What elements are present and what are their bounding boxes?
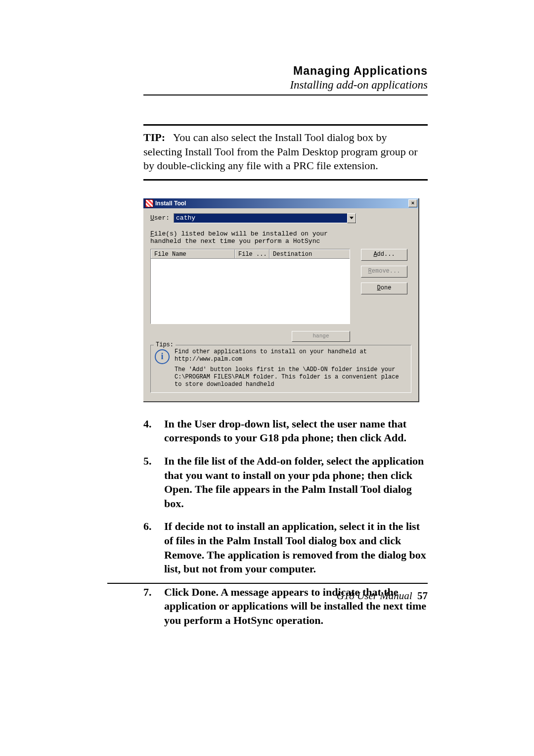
section-title: Installing add-on applications — [143, 79, 428, 92]
add-button[interactable]: Add... — [361, 249, 407, 261]
chevron-down-icon[interactable] — [347, 213, 356, 223]
dialog-title-text: Install Tool — [155, 198, 186, 208]
install-info-line2: handheld the next time you perform a Hot… — [150, 237, 411, 245]
change-destination-button: hange Destination.. — [292, 331, 350, 342]
install-info-line1: File(s) listed below will be installed o… — [150, 230, 411, 237]
tips-group: Tips: i Find other applications to insta… — [150, 345, 411, 393]
manual-name: G18 User Manual — [337, 590, 412, 602]
col-destination[interactable]: Destination — [269, 249, 350, 258]
remove-button: Remove... — [361, 266, 407, 278]
done-button[interactable]: Done — [361, 283, 407, 294]
tip-text: You can also select the Install Tool dia… — [143, 131, 418, 172]
page-footer: G18 User Manual 57 — [337, 590, 428, 602]
tips-text-1: Find other applications to install on yo… — [175, 348, 407, 363]
chapter-title: Managing Applications — [143, 64, 428, 78]
tips-text-2: The 'Add' button looks first in the \ADD… — [175, 366, 407, 388]
install-tool-dialog: Install Tool × User: cathy File(s) liste… — [143, 198, 419, 402]
col-file[interactable]: File ... — [235, 249, 269, 258]
close-icon[interactable]: × — [408, 199, 417, 207]
tip-label: TIP: — [143, 131, 165, 143]
tips-legend: Tips: — [154, 341, 176, 348]
user-label: User: — [150, 214, 170, 222]
info-icon: i — [155, 349, 170, 364]
list-item: 6. If decide not to install an applicati… — [143, 520, 428, 576]
col-file-name[interactable]: File Name — [151, 249, 235, 258]
tip-block: TIP: You can also select the Install Too… — [143, 124, 428, 181]
user-dropdown-value: cathy — [176, 214, 195, 222]
list-item: 5. In the file list of the Add-on folder… — [143, 454, 428, 511]
install-tool-icon — [145, 199, 153, 207]
svg-marker-0 — [350, 217, 354, 219]
list-item: 4. In the User drop-down list, select th… — [143, 417, 428, 445]
dialog-titlebar[interactable]: Install Tool × — [143, 198, 418, 208]
header-rule — [143, 94, 428, 95]
page-number: 57 — [417, 590, 428, 602]
file-list[interactable]: File Name File ... Destination — [150, 249, 350, 324]
user-dropdown[interactable]: cathy — [174, 213, 356, 223]
footer-rule — [107, 583, 428, 584]
file-list-header: File Name File ... Destination — [151, 249, 350, 259]
